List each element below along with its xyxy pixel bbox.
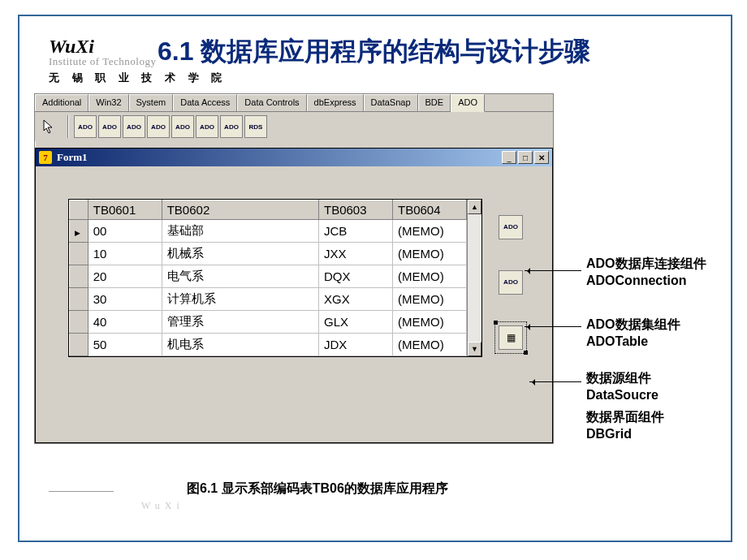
scroll-down-button[interactable]: ▼: [468, 342, 481, 356]
callout-adotable: ADO数据集组件 ADOTable: [586, 317, 680, 351]
row-header-corner: [70, 200, 89, 220]
logo-cn: 无 锡 职 业 技 术 学 院: [49, 71, 227, 85]
table-cell[interactable]: 10: [88, 243, 162, 265]
table-row[interactable]: 50机电系JDX(MEMO): [70, 334, 467, 356]
column-header[interactable]: TB0604: [392, 200, 466, 220]
table-cell[interactable]: (MEMO): [392, 265, 466, 288]
tab-datasnap[interactable]: DataSnap: [364, 94, 418, 111]
column-header[interactable]: TB0601: [88, 200, 162, 220]
callout-line-3: [529, 381, 581, 382]
table-cell[interactable]: (MEMO): [392, 311, 466, 334]
row-header[interactable]: [70, 311, 89, 334]
table-cell[interactable]: 50: [88, 334, 162, 356]
minimize-button[interactable]: _: [502, 151, 516, 164]
tab-data-access[interactable]: Data Access: [173, 94, 237, 111]
row-header[interactable]: [70, 265, 89, 288]
table-cell[interactable]: 计算机系: [162, 288, 318, 311]
row-header[interactable]: [70, 220, 89, 243]
tab-data-controls[interactable]: Data Controls: [237, 94, 306, 111]
dbgrid-table: TB0601TB0602TB0603TB0604 00基础部JCB(MEMO)1…: [69, 200, 467, 356]
table-cell[interactable]: 管理系: [162, 311, 318, 334]
table-cell[interactable]: 00: [88, 220, 162, 243]
table-row[interactable]: 20电气系DQX(MEMO): [70, 265, 467, 288]
callout-dbgrid: 数据界面组件 DBGrid: [586, 409, 664, 443]
table-row[interactable]: 10机械系JXX(MEMO): [70, 243, 467, 265]
form-body[interactable]: TB0601TB0602TB0603TB0604 00基础部JCB(MEMO)1…: [36, 166, 552, 442]
scroll-up-button[interactable]: ▲: [468, 200, 481, 214]
table-cell[interactable]: 机械系: [162, 243, 318, 265]
row-header[interactable]: [70, 288, 89, 311]
pointer-tool[interactable]: [40, 116, 58, 137]
table-cell[interactable]: JXX: [319, 243, 393, 265]
tab-additional[interactable]: Additional: [35, 94, 89, 111]
table-row[interactable]: 00基础部JCB(MEMO): [70, 220, 467, 243]
callout-datasource: 数据源组件 DataSoucre: [586, 370, 658, 404]
form-title: Form1: [57, 151, 88, 164]
grid-scrollbar[interactable]: ▲ ▼: [467, 200, 481, 356]
adotable-instance[interactable]: ADO: [499, 270, 523, 295]
scroll-track[interactable]: [468, 214, 481, 342]
rds-connection-comp[interactable]: RDS: [244, 115, 267, 138]
callout-line-1: [525, 270, 581, 271]
table-cell[interactable]: XGX: [319, 288, 393, 311]
table-row[interactable]: 30计算机系XGX(MEMO): [70, 288, 467, 311]
form-titlebar[interactable]: 7 Form1 _ □ ✕: [36, 149, 552, 166]
table-cell[interactable]: GLX: [319, 311, 393, 334]
row-header[interactable]: [70, 334, 89, 356]
form-icon: 7: [39, 151, 52, 164]
ado-comp-7[interactable]: ADO: [220, 115, 243, 138]
maximize-button[interactable]: □: [518, 151, 533, 164]
table-cell[interactable]: JCB: [319, 220, 393, 243]
tab-dbexpress[interactable]: dbExpress: [307, 94, 364, 111]
row-header[interactable]: [70, 243, 89, 265]
tab-win32[interactable]: Win32: [89, 94, 128, 111]
form-designer: 7 Form1 _ □ ✕ TB0601TB0602TB0603TB0604 0…: [35, 148, 553, 443]
tab-bde[interactable]: BDE: [418, 94, 451, 111]
table-cell[interactable]: 30: [88, 288, 162, 311]
cursor-icon: [43, 119, 54, 134]
table-cell[interactable]: 20: [88, 265, 162, 288]
close-button[interactable]: ✕: [534, 151, 549, 164]
column-header[interactable]: TB0603: [319, 200, 393, 220]
table-cell[interactable]: (MEMO): [392, 220, 466, 243]
table-cell[interactable]: 基础部: [162, 220, 318, 243]
ado-storedproc-comp[interactable]: ADO: [196, 115, 218, 138]
tab-ado[interactable]: ADO: [451, 94, 485, 112]
palette-tabs: AdditionalWin32SystemData AccessData Con…: [35, 94, 553, 112]
table-cell[interactable]: (MEMO): [392, 334, 466, 356]
ado-query-comp[interactable]: ADO: [171, 115, 194, 138]
tab-system[interactable]: System: [129, 94, 174, 111]
table-cell[interactable]: 电气系: [162, 265, 318, 288]
table-row[interactable]: 40管理系GLX(MEMO): [70, 311, 467, 334]
figure-caption: 图6.1 显示系部编码表TB06的数据库应用程序: [187, 480, 448, 498]
ado-dataset-comp[interactable]: ADO: [123, 115, 145, 138]
table-cell[interactable]: 机电系: [162, 334, 318, 356]
ado-connection-comp[interactable]: ADO: [74, 115, 97, 138]
component-palette: ADO ADO ADO ADO ADO ADO ADO RDS: [35, 112, 553, 141]
table-cell[interactable]: (MEMO): [392, 288, 466, 311]
page-title: 6.1 数据库应用程序的结构与设计步骤: [158, 34, 590, 70]
callout-line-2: [525, 326, 581, 327]
table-cell[interactable]: JDX: [319, 334, 393, 356]
ide-window: AdditionalWin32SystemData AccessData Con…: [34, 93, 554, 444]
ado-command-comp[interactable]: ADO: [98, 115, 121, 138]
table-cell[interactable]: DQX: [319, 265, 393, 288]
column-header[interactable]: TB0602: [162, 200, 318, 220]
watermark: WuXi: [141, 500, 184, 512]
datasource-instance[interactable]: ▦: [499, 325, 523, 350]
table-cell[interactable]: 40: [88, 311, 162, 334]
callout-adoconnection: ADO数据库连接组件 ADOConnection: [586, 256, 706, 290]
adoconnection-instance[interactable]: ADO: [499, 215, 523, 239]
palette-divider: [67, 115, 69, 138]
table-cell[interactable]: (MEMO): [392, 243, 466, 265]
dbgrid-component[interactable]: TB0601TB0602TB0603TB0604 00基础部JCB(MEMO)1…: [68, 199, 482, 357]
decorative-line: [49, 491, 114, 492]
ado-table-comp[interactable]: ADO: [147, 115, 170, 138]
